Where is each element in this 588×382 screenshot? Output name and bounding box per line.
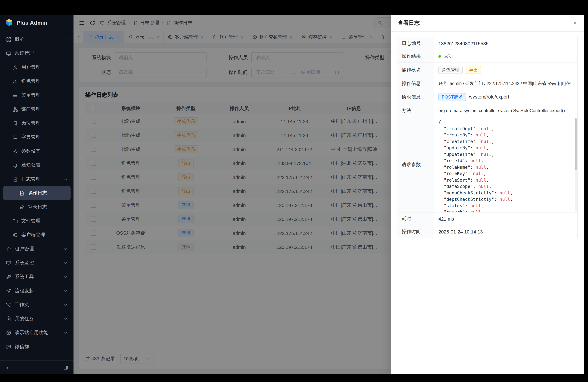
time-row: 操作时间 2025-01-24 10:14:13 [397,225,578,238]
sidebar-item[interactable]: 操作日志 [3,186,71,200]
duration-value: 421 ms [434,212,578,225]
drawer-title: 查看日志 [398,20,420,26]
code-line: "dataScope": null, [438,184,572,190]
grid-icon [6,37,11,42]
org-icon [13,106,18,112]
sidebar-collapse-button[interactable]: « [5,364,8,371]
panel-toggle-icon[interactable] [63,365,68,370]
sidebar-item[interactable]: 系统管理 [3,46,71,61]
sidebar-item[interactable]: 参数设置 [3,144,71,158]
sidebar-menu: 概览 系统管理 用户管理 角色管理 [0,30,74,361]
drawer-header: 查看日志 × [391,15,584,32]
bell-icon [13,162,18,168]
sidebar-item-label: 流程发起 [15,288,60,294]
sidebar-item-label: 客户端管理 [21,232,61,238]
duration-row: 耗时 421 ms [397,212,578,225]
scrollbar-thumb[interactable] [575,118,577,170]
code-line: "roleSort": null, [438,177,572,183]
code-line: { [438,119,572,126]
drawer-body: 日志编号 1882612840802115585 操作结果 成功 操作模块 角色… [391,32,584,374]
sidebar-item[interactable]: 通知公告 [3,158,71,172]
chevron-down-icon [63,331,68,335]
cube-icon [6,330,11,336]
operation-time-value: 2025-01-24 10:14:13 [434,225,578,238]
info-row: 操作信息 账号: admin / 研发部门 / 222.175.114.242 … [397,77,578,90]
sidebar-item-label: 角色管理 [21,78,61,85]
tools-icon [6,274,11,279]
display-icon [6,260,11,266]
sidebar-item-label: 微信群 [15,343,60,350]
sidebar-item-label: 字典管理 [21,134,61,141]
send-icon [6,288,11,294]
code-line: "menuCheckStrictly": null, [438,190,572,196]
scrollbar-track[interactable] [575,118,577,212]
sidebar-item[interactable]: 系统工具 [3,270,71,284]
book-icon [13,134,18,140]
code-line: "roleKey": null, [438,170,572,177]
sidebar-item[interactable]: 我的任务 [3,312,71,326]
sidebar-item-label: 系统管理 [15,50,60,57]
sidebar-item-label: 通知公告 [21,162,61,169]
sidebar-item[interactable]: 岗位管理 [3,116,71,130]
menu-lines-icon [13,92,18,98]
sidebar-item[interactable]: 系统监控 [3,256,71,270]
chevron-down-icon [63,275,68,279]
sidebar-item-label: 我的任务 [15,316,60,322]
status-dot [438,55,441,58]
sidebar-item-label: 部门管理 [21,106,61,113]
sidebar-item[interactable]: 微信群 [3,340,71,354]
sidebar-item[interactable]: 文件管理 [3,214,71,228]
drawer-close-button[interactable]: × [573,20,577,26]
client-icon [13,232,18,238]
sidebar-item-label: 日志管理 [21,176,61,183]
action-tag: 导出 [466,66,481,74]
code-line: "createDept": null, [438,126,572,132]
sidebar-item[interactable]: 工作流 [3,298,71,312]
sidebar-item[interactable]: 客户端管理 [3,228,71,242]
sidebar-item-label: 用户管理 [21,64,61,71]
sidebar-item[interactable]: 用户管理 [3,60,71,74]
sidebar-footer: « [0,360,74,374]
request-path: /system/role/export [469,94,509,100]
sidebar-item[interactable]: 流程发起 [3,284,71,298]
sidebar-item-label: 系统工具 [15,274,60,280]
sidebar-item[interactable]: 概览 [3,32,71,46]
sidebar-item[interactable]: 演示站专用功能 [3,326,71,340]
workflow-icon [6,302,11,307]
user-icon [13,64,18,70]
doc-icon [19,190,25,196]
sidebar-item-label: 参数设置 [21,148,61,155]
tasks-icon [6,316,11,321]
chevron-down-icon [63,177,68,181]
module-tag: 角色管理 [438,66,463,74]
sidebar-item-label: 系统监控 [15,260,60,266]
sidebar: Plus Admin 概览 系统管理 用户管理 [0,15,74,374]
tenant-icon [6,246,11,252]
chevron-down-icon [63,261,68,265]
code-line: "roleName": null, [438,164,572,170]
sidebar-item[interactable]: 日志管理 [3,172,71,186]
method-value: org.dromara.system.controller.system.Sys… [434,104,578,117]
chevron-down-icon [63,247,68,251]
sidebar-item[interactable]: 登录日志 [3,200,71,214]
log-id-value: 1882612840802115585 [434,37,578,50]
logo-icon [5,19,13,27]
sidebar-item[interactable]: 角色管理 [3,74,71,88]
sidebar-item-label: 操作日志 [28,190,60,196]
badge-icon [13,120,18,126]
sidebar-item[interactable]: 租户管理 [3,242,71,256]
module-row: 操作模块 角色管理导出 [397,63,578,77]
log-detail-table: 日志编号 1882612840802115585 操作结果 成功 操作模块 角色… [397,37,578,238]
sidebar-item-label: 概览 [15,36,60,43]
sidebar-item[interactable]: 字典管理 [3,130,71,144]
code-line: "createBy": null, [438,132,572,138]
app-window: Plus Admin 概览 系统管理 用户管理 [0,15,584,374]
method-row: 方法 org.dromara.system.controller.system.… [397,104,578,117]
sidebar-item-label: 工作流 [15,301,60,308]
code-line: "deptCheckStrictly": null, [438,196,572,203]
sidebar-item[interactable]: 菜单管理 [3,88,71,102]
chevron-down-icon [63,37,68,41]
role-icon [13,78,18,84]
sidebar-item[interactable]: 部门管理 [3,102,71,116]
operation-info-value: 账号: admin / 研发部门 / 222.175.114.242 / 中国|… [434,77,578,90]
